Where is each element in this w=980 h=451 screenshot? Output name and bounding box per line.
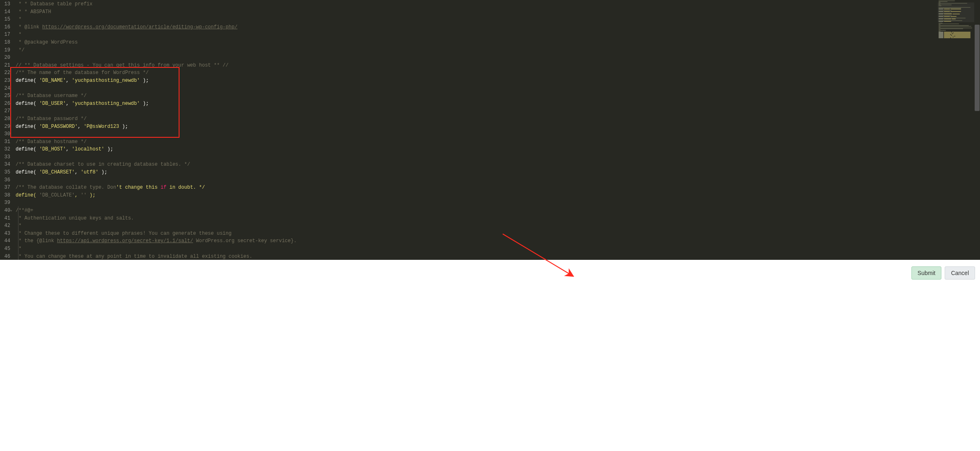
code-line[interactable] — [16, 130, 938, 138]
footer-bar: Submit Cancel — [0, 260, 980, 286]
fold-cell — [8, 153, 14, 161]
code-line[interactable]: // ** Database settings - You can get th… — [16, 62, 938, 69]
fold-cell — [8, 0, 14, 8]
code-line[interactable]: define( 'DB_USER', 'yuchpasthosting_newd… — [16, 100, 938, 108]
code-line[interactable]: define( 'DB_NAME', 'yuchpasthosting_newd… — [16, 77, 938, 85]
fold-cell — [8, 38, 14, 46]
code-line[interactable] — [16, 176, 938, 184]
code-line[interactable]: define( 'DB_COLLATE', '' ); — [16, 192, 938, 199]
submit-button[interactable]: Submit — [911, 266, 942, 280]
fold-cell — [8, 222, 14, 229]
fold-cell — [8, 15, 14, 23]
code-line[interactable]: * @link https://wordpress.org/documentat… — [16, 23, 938, 31]
code-line[interactable]: * — [16, 16, 938, 23]
fold-cell — [8, 115, 14, 123]
code-line[interactable]: /** Database hostname */ — [16, 138, 938, 146]
fold-cell — [8, 229, 14, 237]
fold-cell — [8, 30, 14, 38]
code-line[interactable]: /** Database username */ — [16, 92, 938, 100]
fold-cell — [8, 252, 14, 260]
code-line[interactable]: * * ABSPATH — [16, 8, 938, 16]
scrollbar-thumb[interactable] — [975, 25, 980, 111]
cancel-button[interactable]: Cancel — [945, 266, 975, 280]
code-line[interactable]: /** Database charset to use in creating … — [16, 161, 938, 169]
fold-cell — [8, 168, 14, 176]
fold-cell — [8, 92, 14, 99]
fold-cell — [8, 69, 14, 76]
code-line[interactable]: * Authentication unique keys and salts. — [16, 215, 938, 222]
code-line[interactable]: * — [16, 31, 938, 39]
fold-cell — [8, 130, 14, 138]
fold-cell — [8, 61, 14, 69]
fold-cell — [8, 199, 14, 206]
fold-cell — [8, 123, 14, 130]
code-line[interactable]: * — [16, 245, 938, 253]
fold-cell — [8, 183, 14, 191]
code-line[interactable]: * You can change these at any point in t… — [16, 253, 938, 260]
vertical-scrollbar[interactable] — [974, 0, 980, 260]
fold-cell — [8, 99, 14, 107]
code-line[interactable] — [16, 199, 938, 207]
fold-cell — [8, 145, 14, 153]
fold-cell — [8, 176, 14, 184]
fold-toggle-icon[interactable]: ⌄ — [8, 206, 14, 214]
code-line[interactable]: /**#@+ — [16, 207, 938, 215]
fold-cell — [8, 84, 14, 92]
code-line[interactable] — [16, 153, 938, 161]
code-line[interactable]: */ — [16, 46, 938, 54]
fold-cell — [8, 245, 14, 252]
code-line[interactable]: * Change these to different unique phras… — [16, 230, 938, 238]
code-line[interactable]: define( 'DB_HOST', 'localhost' ); — [16, 146, 938, 153]
fold-cell — [8, 53, 14, 61]
code-line[interactable]: /** Database password */ — [16, 115, 938, 123]
code-line[interactable]: * @package WordPress — [16, 39, 938, 46]
fold-cell — [8, 46, 14, 54]
code-line[interactable]: * — [16, 222, 938, 230]
code-line[interactable] — [16, 107, 938, 115]
code-line[interactable] — [16, 85, 938, 93]
fold-column[interactable]: ⌄ — [8, 0, 14, 260]
fold-cell — [8, 23, 14, 31]
code-line[interactable]: * * Database table prefix — [16, 0, 938, 8]
fold-cell — [8, 160, 14, 168]
fold-cell — [8, 138, 14, 146]
code-editor[interactable]: 1314151617181920212223242526272829303132… — [0, 0, 980, 260]
code-line[interactable]: define( 'DB_CHARSET', 'utf8' ); — [16, 169, 938, 176]
fold-cell — [8, 214, 14, 222]
fold-cell — [8, 76, 14, 84]
code-area[interactable]: * * Database table prefix * * ABSPATH * … — [16, 0, 938, 260]
code-line[interactable] — [16, 54, 938, 62]
minimap[interactable] — [938, 0, 974, 260]
fold-cell — [8, 191, 14, 199]
fold-cell — [8, 107, 14, 115]
fold-cell — [8, 8, 14, 16]
code-line[interactable]: define( 'DB_PASSWORD', 'P@ssWord123 ); — [16, 123, 938, 131]
code-line[interactable]: * the {@link https://api.wordpress.org/s… — [16, 237, 938, 245]
fold-cell — [8, 237, 14, 245]
code-line[interactable]: /** The database collate type. Don't cha… — [16, 184, 938, 192]
code-line[interactable]: /** The name of the database for WordPre… — [16, 69, 938, 77]
